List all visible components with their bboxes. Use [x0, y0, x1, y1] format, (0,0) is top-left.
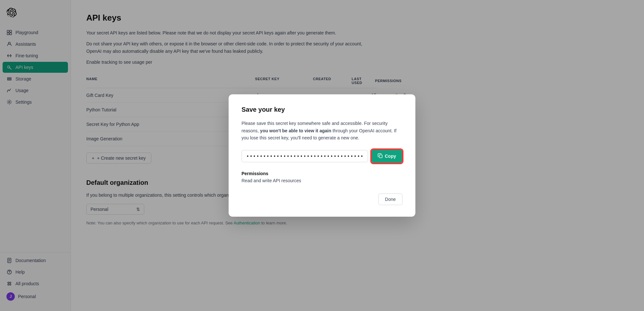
modal-footer: Done [242, 193, 402, 205]
save-key-modal: Save your key Please save this secret ke… [229, 94, 415, 216]
copy-button[interactable]: Copy [371, 149, 402, 163]
svg-rect-16 [379, 155, 382, 158]
permissions-label: Permissions [242, 171, 402, 176]
modal-overlay[interactable]: Save your key Please save this secret ke… [0, 0, 644, 311]
modal-description: Please save this secret key somewhere sa… [242, 120, 402, 141]
modal-title: Save your key [242, 106, 402, 113]
copy-label: Copy [385, 154, 396, 159]
copy-icon [378, 153, 383, 159]
permissions-value: Read and write API resources [242, 178, 402, 183]
key-row: Copy [242, 149, 402, 163]
done-button[interactable]: Done [378, 193, 402, 205]
secret-key-input[interactable] [242, 150, 368, 162]
